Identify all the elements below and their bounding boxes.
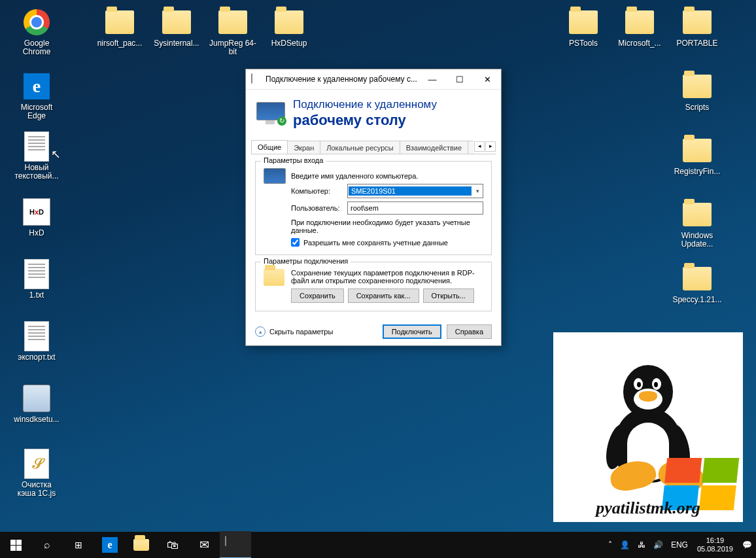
desktop-icon-hxd[interactable]: HxDHxD xyxy=(12,196,61,237)
rdp-header-line2: рабочему столу xyxy=(293,112,437,129)
taskbar-store[interactable]: 🛍 xyxy=(157,532,188,558)
tab-3[interactable]: Взаимодействие xyxy=(400,141,468,154)
icon-label: Microsoft_... xyxy=(615,39,664,48)
rdp-logo-icon: ↻ xyxy=(256,102,284,124)
tray-network-icon[interactable]: 🖧 xyxy=(634,532,649,558)
hide-params-link[interactable]: ▴ Скрыть параметры xyxy=(255,326,333,337)
desktop-icon-newtxt[interactable]: Новый текстовый... xyxy=(12,131,61,181)
save-creds-input[interactable] xyxy=(291,238,300,247)
collapse-icon: ▴ xyxy=(255,326,266,337)
icon-label: Speccy.1.21... xyxy=(672,296,722,304)
icon-label: экспорт.txt xyxy=(12,353,61,362)
desktop-icon-clear1c[interactable]: 𝒮Очистка кэша 1C.js xyxy=(12,448,61,498)
desktop-icon-mssome[interactable]: Microsoft_... xyxy=(615,7,664,48)
tray-notifications-icon[interactable]: 💬 xyxy=(738,532,756,558)
taskbar-explorer[interactable] xyxy=(126,532,157,558)
folder-icon xyxy=(104,7,135,38)
icon-label: PSTools xyxy=(558,39,608,48)
tab-bar: ОбщиеЭкранЛокальные ресурсыВзаимодействи… xyxy=(251,139,496,154)
taskbar-mail[interactable]: ✉ xyxy=(188,532,220,558)
taskbar-edge[interactable]: e xyxy=(94,532,126,558)
open-button[interactable]: Открыть... xyxy=(423,288,474,303)
save-creds-label: Разрешить мне сохранять учетные данные xyxy=(303,239,448,247)
label-computer: Компьютер: xyxy=(291,187,343,195)
desktop-icon-portable[interactable]: PORTABLE xyxy=(672,7,722,48)
icon-label: RegistryFin... xyxy=(672,167,722,176)
desktop-icon-sysint[interactable]: Sysinternal... xyxy=(152,7,201,48)
maximize-button[interactable]: ☐ xyxy=(446,69,473,89)
folder-icon xyxy=(161,7,192,38)
folder-icon xyxy=(681,7,713,38)
titlebar[interactable]: Подключение к удаленному рабочему с... —… xyxy=(246,69,501,90)
connect-button[interactable]: Подключить xyxy=(383,324,441,339)
search-button[interactable]: ⌕ xyxy=(31,532,63,558)
icon-label: winsdksetu... xyxy=(12,415,61,424)
computer-combo[interactable]: SME2019S01 ▾ xyxy=(347,184,483,198)
tab-0[interactable]: Общие xyxy=(251,140,288,154)
cred-note: При подключении необходимо будет указать… xyxy=(291,218,483,234)
tray-clock[interactable]: 16:19 05.08.2019 xyxy=(692,536,738,553)
folder-icon xyxy=(217,7,249,38)
save-as-button[interactable]: Сохранить как... xyxy=(348,288,419,303)
txt-icon xyxy=(21,258,52,290)
txt-icon xyxy=(21,131,52,162)
desktop-icon-edge[interactable]: eMicrosoft Edge xyxy=(12,71,61,120)
hxd-icon: HxD xyxy=(21,196,52,228)
taskbar-rdp-active[interactable] xyxy=(220,531,251,558)
desktop-icon-winupd[interactable]: Windows Update... xyxy=(672,199,722,249)
watermark-text: pyatilistmk.org xyxy=(553,498,743,518)
desktop-icon-speccy[interactable]: Speccy.1.21... xyxy=(672,263,722,304)
edge-icon: e xyxy=(21,71,52,102)
desktop-icon-winsdk[interactable]: winsdksetu... xyxy=(12,383,61,424)
desktop-icon-pstools[interactable]: PSTools xyxy=(558,7,608,48)
dialog-footer: ▴ Скрыть параметры Подключить Справка xyxy=(246,318,501,345)
taskbar: ⌕ ⊞ e 🛍 ✉ ˄ 👤 🖧 🔊 ENG 16:19 05.08.2019 💬 xyxy=(0,532,756,558)
icon-label: Google Chrome xyxy=(12,39,61,56)
folder-icon xyxy=(681,263,713,294)
icon-label: PORTABLE xyxy=(672,39,722,48)
save-creds-checkbox[interactable]: Разрешить мне сохранять учетные данные xyxy=(291,238,483,247)
desktop-icon-scripts[interactable]: Scripts xyxy=(672,71,722,112)
tab-scroll-left[interactable]: ◂ xyxy=(474,141,485,152)
tab-4[interactable]: Дополни xyxy=(468,141,473,154)
folder-icon xyxy=(681,199,713,230)
icon-label: JumpReg 64-bit xyxy=(208,39,258,56)
folder-icon xyxy=(264,269,284,286)
desktop-icon-nirsoft[interactable]: nirsoft_pac... xyxy=(95,7,145,48)
desktop-icon-jumpreg[interactable]: JumpReg 64-bit xyxy=(208,7,258,56)
tray-people-icon[interactable]: 👤 xyxy=(616,532,634,558)
icon-label: nirsoft_pac... xyxy=(95,39,145,48)
desktop-icon-1txt[interactable]: 1.txt xyxy=(12,258,61,300)
close-button[interactable]: ✕ xyxy=(473,69,501,89)
tray-language[interactable]: ENG xyxy=(667,532,692,558)
start-button[interactable] xyxy=(0,532,31,558)
tab-2[interactable]: Локальные ресурсы xyxy=(320,141,400,154)
computer-value: SME2019S01 xyxy=(349,186,472,196)
chevron-down-icon[interactable]: ▾ xyxy=(472,188,483,194)
tab-1[interactable]: Экран xyxy=(287,141,320,154)
group-connection: Параметры подключения Сохранение текущих… xyxy=(255,262,492,311)
save-button[interactable]: Сохранить xyxy=(291,288,344,303)
group-conn-title: Параметры подключения xyxy=(261,257,351,265)
icon-label: 1.txt xyxy=(12,291,61,300)
txt-icon xyxy=(21,321,52,352)
group-login-title: Параметры входа xyxy=(261,156,326,164)
folder-icon xyxy=(273,7,305,38)
desktop-icon-hxdsetup[interactable]: HxDSetup xyxy=(264,7,314,48)
minimize-button[interactable]: — xyxy=(419,69,446,89)
desktop[interactable]: Google ChromeeMicrosoft EdgeНовый тексто… xyxy=(0,0,756,558)
rdp-window: Подключение к удаленному рабочему с... —… xyxy=(245,69,502,346)
user-field[interactable] xyxy=(347,201,483,215)
login-hint: Введите имя удаленного компьютера. xyxy=(291,172,483,180)
task-view-button[interactable]: ⊞ xyxy=(63,532,94,558)
desktop-icon-regfin[interactable]: RegistryFin... xyxy=(672,135,722,176)
window-title: Подключение к удаленному рабочему с... xyxy=(266,75,419,84)
tray-overflow[interactable]: ˄ xyxy=(604,532,616,558)
desktop-icon-exporttxt[interactable]: экспорт.txt xyxy=(12,321,61,362)
icon-label: Sysinternal... xyxy=(152,39,201,48)
tab-scroll-right[interactable]: ▸ xyxy=(485,141,496,152)
tray-volume-icon[interactable]: 🔊 xyxy=(649,532,667,558)
desktop-icon-chrome[interactable]: Google Chrome xyxy=(12,7,61,56)
help-button[interactable]: Справка xyxy=(447,324,492,339)
folder-icon xyxy=(568,7,599,38)
